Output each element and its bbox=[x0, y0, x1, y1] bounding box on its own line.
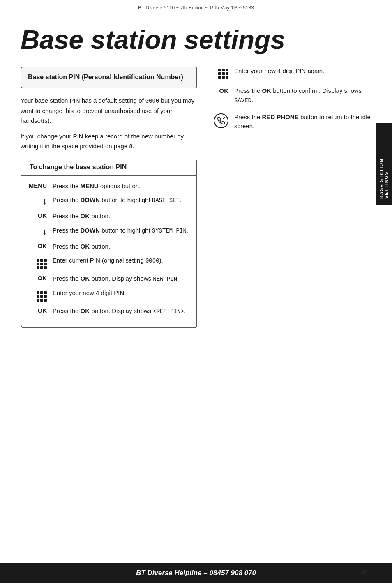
change-pin-label: To change the base station PIN bbox=[21, 159, 196, 176]
header-text: BT Diverse 5110 ~ 7th Edition ~ 15th May… bbox=[138, 5, 254, 11]
step-key-keypad-1 bbox=[28, 256, 47, 269]
step-desc-keypad-1: Enter current PIN (original setting 0000… bbox=[53, 256, 163, 265]
right-step-desc-ok: Press the OK button to confirm. Display … bbox=[234, 86, 371, 105]
step-key-ok-2: OK bbox=[28, 242, 47, 249]
page-number: 33 bbox=[361, 569, 367, 576]
footer-text: BT Diverse Helpline – 08457 908 070 bbox=[136, 569, 256, 577]
keypad-icon-3 bbox=[218, 69, 228, 79]
step-ok-1: OK Press the OK button. bbox=[28, 212, 190, 221]
right-step-desc-phone: Press the RED PHONE button to return to … bbox=[234, 113, 371, 131]
step-keypad-1: Enter current PIN (original setting 0000… bbox=[28, 256, 190, 269]
right-step-desc-keypad: Enter your new 4 digit PIN again. bbox=[234, 67, 324, 76]
step-desc-down-2: Press the DOWN button to highlight SYSTE… bbox=[53, 226, 188, 235]
footer-bar: BT Diverse Helpline – 08457 908 070 bbox=[0, 563, 392, 583]
right-step-phone: Press the RED PHONE button to return to … bbox=[210, 113, 371, 131]
step-key-menu: MENU bbox=[28, 182, 47, 189]
right-step-ok: OK Press the OK button to confirm. Displ… bbox=[210, 86, 371, 105]
default-pin: 0000 bbox=[145, 98, 159, 104]
pin-box-title: Base station PIN (Personal Identificatio… bbox=[28, 73, 190, 82]
step-key-ok-4: OK bbox=[28, 306, 47, 314]
arrow-down-icon: ↓ bbox=[42, 196, 47, 207]
desc-para-1: Your base station PIN has a default sett… bbox=[21, 96, 197, 125]
step-ok-4: OK Press the OK button. Display shows <R… bbox=[28, 306, 190, 316]
step-menu: MENU Press the MENU options button. bbox=[28, 182, 190, 191]
phone-icon bbox=[214, 113, 228, 128]
right-ok-label: OK bbox=[219, 87, 229, 94]
step-desc-down-1: Press the DOWN button to highlight BASE … bbox=[53, 196, 181, 205]
step-down-2: ↓ Press the DOWN button to highlight SYS… bbox=[28, 226, 190, 237]
step-key-keypad-2 bbox=[28, 288, 47, 302]
right-step-icon-ok: OK bbox=[210, 86, 228, 94]
step-ok-2: OK Press the OK button. bbox=[28, 242, 190, 251]
desc-para-2: If you change your PIN keep a record of … bbox=[21, 131, 197, 151]
step-key-ok-3: OK bbox=[28, 274, 47, 281]
step-key-ok-1: OK bbox=[28, 212, 47, 219]
step-desc-ok-2: Press the OK button. bbox=[53, 242, 110, 251]
step-ok-3: OK Press the OK button. Display shows NE… bbox=[28, 274, 190, 283]
content-area: Base station PIN (Personal Identificatio… bbox=[0, 58, 392, 336]
right-step-icon-keypad bbox=[210, 67, 228, 79]
page-title: Base station settings bbox=[0, 13, 392, 58]
step-desc-keypad-2: Enter your new 4 digit PIN. bbox=[53, 288, 126, 298]
step-key-down-1: ↓ bbox=[28, 196, 47, 207]
step-down-1: ↓ Press the DOWN button to highlight BAS… bbox=[28, 196, 190, 207]
step-desc-ok-3: Press the OK button. Display shows NEW P… bbox=[53, 274, 179, 283]
svg-line-1 bbox=[223, 117, 225, 119]
phone-svg bbox=[217, 117, 225, 125]
right-step-icon-phone bbox=[210, 113, 228, 128]
step-keypad-2: Enter your new 4 digit PIN. bbox=[28, 288, 190, 302]
pin-info-box: Base station PIN (Personal Identificatio… bbox=[21, 67, 197, 88]
keypad-icon-1 bbox=[37, 259, 47, 269]
step-key-down-2: ↓ bbox=[28, 226, 47, 237]
step-desc-menu: Press the MENU options button. bbox=[53, 182, 141, 191]
change-pin-steps: MENU Press the MENU options button. ↓ Pr… bbox=[21, 176, 196, 328]
keypad-icon-2 bbox=[37, 291, 47, 302]
step-desc-ok-1: Press the OK button. bbox=[53, 212, 110, 221]
right-step-keypad: Enter your new 4 digit PIN again. bbox=[210, 67, 371, 79]
page-header: BT Diverse 5110 ~ 7th Edition ~ 15th May… bbox=[0, 0, 392, 13]
change-pin-box: To change the base station PIN MENU Pres… bbox=[21, 159, 197, 329]
sidebar-tab: BASE STATION SETTINGS bbox=[376, 123, 392, 205]
right-column: Enter your new 4 digit PIN again. OK Pre… bbox=[210, 67, 371, 328]
arrow-down-icon-2: ↓ bbox=[42, 226, 47, 237]
step-desc-ok-4: Press the OK button. Display shows <REP … bbox=[53, 306, 186, 316]
left-column: Base station PIN (Personal Identificatio… bbox=[21, 67, 197, 328]
